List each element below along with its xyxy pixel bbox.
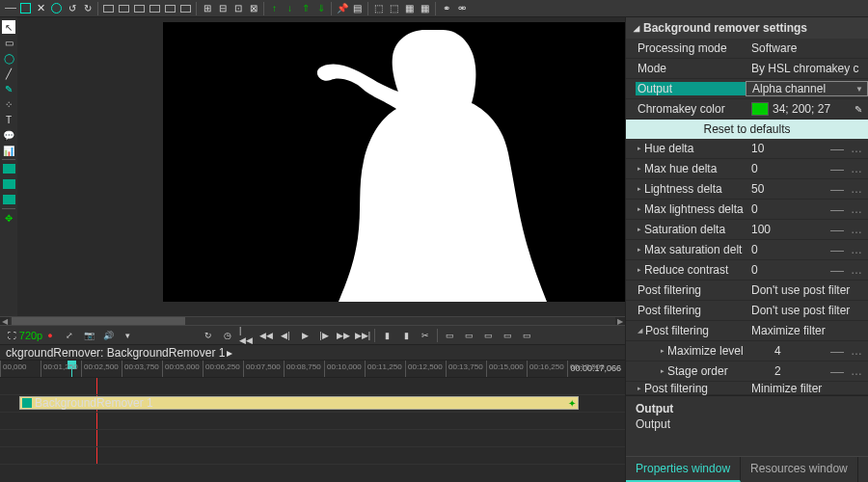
- align-left-icon[interactable]: [101, 1, 116, 15]
- align-center-icon[interactable]: [117, 1, 131, 15]
- align-top-icon[interactable]: [148, 1, 162, 15]
- prop-chromakey-color[interactable]: Chromakey color 34; 200; 27✎: [626, 99, 868, 120]
- preview-scrollbar[interactable]: ◀ ▶: [0, 316, 625, 326]
- arrow-up-icon[interactable]: ↑: [267, 1, 282, 15]
- timeline-clip[interactable]: BackgroundRemover 1 ✦: [19, 396, 579, 410]
- play-icon[interactable]: ▶: [297, 328, 312, 343]
- prop-maximize-level[interactable]: ▸Maximize level4—…: [626, 341, 868, 362]
- step-fwd-icon[interactable]: |▶: [316, 328, 332, 343]
- more-icon[interactable]: ▾: [120, 328, 135, 343]
- cursor-tool-icon[interactable]: ↖: [2, 20, 15, 34]
- track-row[interactable]: BackgroundRemover 1 ✦: [0, 395, 625, 413]
- speaker-icon[interactable]: 🔊: [100, 328, 116, 343]
- prop-reduce-contrast[interactable]: ▸Reduce contrast0—…: [626, 260, 868, 281]
- fx2-tool-icon[interactable]: [2, 177, 15, 191]
- tool-undo-icon[interactable]: ↺: [65, 1, 79, 15]
- dropdown-icon[interactable]: ▼: [855, 85, 863, 94]
- rect-tool-icon[interactable]: ▭: [2, 36, 15, 49]
- align-bot-icon[interactable]: [178, 1, 193, 15]
- prop-max-saturation-delt[interactable]: ▸Max saturation delt0—…: [626, 240, 868, 260]
- dist-h-icon[interactable]: ⊞: [200, 1, 214, 15]
- prop-output[interactable]: Output Alpha channel▼: [626, 79, 868, 99]
- color-swatch[interactable]: [751, 102, 769, 116]
- loop-icon[interactable]: ↻: [201, 328, 216, 343]
- prop-post-filtering[interactable]: Post filteringDon't use post filter: [626, 301, 868, 321]
- t3-icon[interactable]: ▭: [480, 328, 496, 343]
- tool-x-icon[interactable]: ✕: [34, 1, 48, 15]
- layers-icon[interactable]: ▤: [350, 1, 365, 15]
- arrow-up2-icon[interactable]: ⇑: [298, 1, 312, 15]
- prop-post-filtering[interactable]: ◢Post filteringMaximize filter: [626, 321, 868, 341]
- expand-icon[interactable]: ⛶: [4, 328, 19, 343]
- grid2-icon[interactable]: ▦: [418, 1, 432, 15]
- track-row[interactable]: [0, 378, 625, 395]
- scroll-thumb[interactable]: [12, 317, 185, 325]
- zoom-out-icon[interactable]: ⤢: [62, 328, 77, 343]
- link-icon[interactable]: ⚭: [439, 1, 453, 15]
- dist-d-icon[interactable]: ⊠: [246, 1, 260, 15]
- mark-out-icon[interactable]: ▮: [398, 328, 414, 343]
- tool-dash-icon[interactable]: [3, 1, 17, 15]
- pin-icon[interactable]: 📌: [335, 1, 349, 15]
- prop-hue-delta[interactable]: ▸Hue delta10—…: [626, 139, 868, 159]
- camera-icon[interactable]: 📷: [81, 328, 96, 343]
- spray-tool-icon[interactable]: ⁘: [2, 97, 15, 111]
- clock-icon[interactable]: ◷: [220, 328, 235, 343]
- fx1-tool-icon[interactable]: [2, 162, 15, 175]
- pen-tool-icon[interactable]: ✎: [2, 82, 15, 95]
- prop-saturation-delta[interactable]: ▸Saturation delta100—…: [626, 220, 868, 240]
- prop-stage-order[interactable]: ▸Stage order2—…: [626, 362, 868, 382]
- track-row[interactable]: [0, 430, 625, 447]
- scroll-right-icon[interactable]: ▶: [615, 317, 625, 326]
- tool-redo-icon[interactable]: ↻: [80, 1, 95, 15]
- tab-resources[interactable]: Resources window: [741, 457, 858, 482]
- track-row[interactable]: [0, 413, 625, 430]
- resolution-label[interactable]: 720p: [23, 328, 39, 343]
- move-tool-icon[interactable]: ✥: [2, 211, 15, 225]
- skip-start-icon[interactable]: |◀◀: [239, 328, 255, 343]
- next-icon[interactable]: ▶▶: [336, 328, 351, 343]
- prop-post-filtering[interactable]: Post filteringDon't use post filter: [626, 281, 868, 301]
- dist-c-icon[interactable]: ⊡: [231, 1, 245, 15]
- scroll-left-icon[interactable]: ◀: [0, 317, 10, 326]
- mark-in-icon[interactable]: ▮: [379, 328, 394, 343]
- tool-circle-icon[interactable]: [49, 1, 64, 15]
- ungroup-icon[interactable]: ⬚: [387, 1, 401, 15]
- tool-square-icon[interactable]: [18, 1, 33, 15]
- cut-icon[interactable]: ✂: [418, 328, 433, 343]
- t1-icon[interactable]: ▭: [442, 328, 457, 343]
- step-back-icon[interactable]: ◀|: [278, 328, 293, 343]
- timeline-ruler[interactable]: 00:00:17,066 00,00000:01,25000:02,50000:…: [0, 361, 625, 378]
- t5-icon[interactable]: ▭: [519, 328, 534, 343]
- arrow-down-icon[interactable]: ↓: [283, 1, 297, 15]
- t2-icon[interactable]: ▭: [461, 328, 476, 343]
- arrow-down2-icon[interactable]: ⇓: [313, 1, 328, 15]
- speech-tool-icon[interactable]: 💬: [2, 128, 15, 142]
- align-mid-icon[interactable]: [163, 1, 177, 15]
- tab-properties[interactable]: Properties window: [626, 457, 741, 482]
- text-tool-icon[interactable]: T: [2, 113, 15, 126]
- prop-post-filtering[interactable]: ▸Post filteringMinimize filter: [626, 382, 868, 395]
- skip-end-icon[interactable]: ▶▶|: [355, 328, 370, 343]
- prop-mode[interactable]: Mode By HSL chromakey c: [626, 59, 868, 79]
- prop-max-hue-delta[interactable]: ▸Max hue delta0—…: [626, 159, 868, 179]
- grid-icon[interactable]: ▦: [402, 1, 417, 15]
- circle-tool-icon[interactable]: ◯: [2, 51, 15, 65]
- prop-max-lightness-delta[interactable]: ▸Max lightness delta0—…: [626, 200, 868, 220]
- edit-icon[interactable]: ✎: [854, 104, 862, 115]
- reset-button[interactable]: Reset to defaults: [626, 120, 868, 139]
- dist-v-icon[interactable]: ⊟: [215, 1, 230, 15]
- record-icon[interactable]: ●: [42, 328, 58, 343]
- prev-icon[interactable]: ◀◀: [258, 328, 274, 343]
- t4-icon[interactable]: ▭: [500, 328, 515, 343]
- fx3-tool-icon[interactable]: [2, 193, 15, 206]
- group-icon[interactable]: ⬚: [371, 1, 386, 15]
- unlink-icon[interactable]: ⚮: [454, 1, 469, 15]
- prop-processing-mode[interactable]: Processing mode Software: [626, 39, 868, 59]
- chart-tool-icon[interactable]: 📊: [2, 144, 15, 157]
- track-row[interactable]: [0, 447, 625, 465]
- breadcrumb[interactable]: ckgroundRemover: BackgroundRemover 1▸: [0, 345, 625, 361]
- align-right-icon[interactable]: [132, 1, 147, 15]
- panel-header[interactable]: ◢Background remover settings: [626, 17, 868, 39]
- prop-lightness-delta[interactable]: ▸Lightness delta50—…: [626, 179, 868, 200]
